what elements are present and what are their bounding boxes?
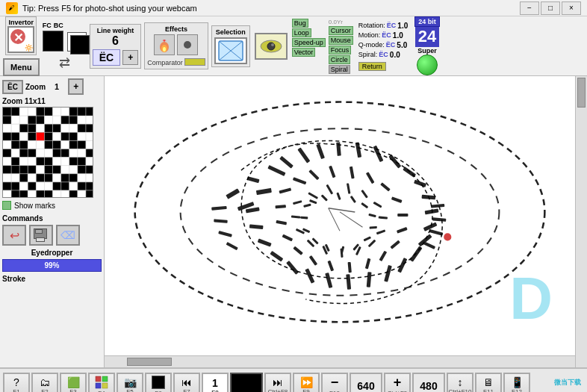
svg-rect-26 bbox=[53, 116, 61, 124]
fc-color-box[interactable] bbox=[43, 31, 63, 52]
plus-button[interactable]: + Ctrl+F9 bbox=[384, 373, 411, 392]
scrollbar-v-thumb[interactable] bbox=[577, 78, 586, 108]
ctrlf10-button[interactable]: ↕ Ctrl+F10 bbox=[447, 373, 473, 392]
f3-button[interactable]: 🟩 F3 bbox=[60, 373, 87, 392]
f11-button[interactable]: 🖥 F11 bbox=[475, 373, 502, 392]
swap-colors-icon[interactable]: ⇄ bbox=[59, 55, 70, 71]
svg-rect-201 bbox=[275, 205, 286, 208]
svg-rect-247 bbox=[102, 383, 108, 388]
f6-icon bbox=[152, 376, 165, 389]
mode-loop[interactable]: Loop bbox=[292, 28, 326, 37]
svg-rect-99 bbox=[19, 174, 28, 182]
mode-circle[interactable]: Circle bbox=[329, 55, 353, 64]
svg-rect-46 bbox=[36, 132, 44, 140]
mode-focus[interactable]: Focus bbox=[329, 46, 353, 55]
svg-rect-235 bbox=[370, 226, 377, 229]
lineweight-ec[interactable]: ËC bbox=[93, 49, 120, 66]
svg-rect-155 bbox=[256, 188, 272, 196]
svg-rect-158 bbox=[297, 147, 310, 163]
effect-dot-icon[interactable] bbox=[177, 34, 198, 55]
ctrlf8-button[interactable]: ⏭ Ctrl+F8 bbox=[264, 373, 291, 392]
close-button[interactable]: × bbox=[562, 1, 581, 15]
svg-rect-93 bbox=[61, 166, 69, 174]
minimize-button[interactable]: − bbox=[520, 1, 539, 15]
svg-rect-39 bbox=[69, 124, 78, 132]
eye-section bbox=[253, 31, 289, 61]
svg-rect-90 bbox=[36, 166, 44, 174]
svg-rect-240 bbox=[311, 237, 318, 244]
canvas-area[interactable]: D bbox=[105, 76, 587, 367]
return-btn[interactable]: Return bbox=[358, 62, 386, 71]
svg-rect-86 bbox=[3, 166, 11, 174]
svg-rect-105 bbox=[69, 174, 78, 182]
svg-rect-204 bbox=[347, 183, 350, 194]
svg-rect-123 bbox=[36, 190, 44, 198]
svg-rect-58 bbox=[44, 140, 52, 149]
effect-fire-icon[interactable] bbox=[154, 34, 175, 55]
svg-rect-22 bbox=[19, 116, 28, 124]
svg-rect-157 bbox=[279, 156, 294, 169]
svg-rect-161 bbox=[355, 142, 362, 158]
svg-rect-37 bbox=[53, 124, 61, 132]
mode-spiral[interactable]: Spiral bbox=[329, 65, 353, 74]
mode-cursor[interactable]: Cursor bbox=[329, 26, 353, 35]
svg-rect-108 bbox=[3, 182, 11, 190]
main-canvas[interactable]: D bbox=[105, 76, 575, 355]
ec-button[interactable]: ËC bbox=[2, 80, 23, 94]
svg-rect-13 bbox=[36, 108, 44, 116]
lineweight-plus[interactable]: + bbox=[122, 50, 138, 65]
menu-button[interactable]: Menu bbox=[3, 58, 40, 76]
svg-line-218 bbox=[329, 208, 355, 212]
f5-button[interactable]: 📷 F5 bbox=[117, 373, 143, 392]
undo-button[interactable]: ↩ bbox=[2, 225, 26, 246]
f2-button[interactable]: 🗂 F2 bbox=[31, 373, 58, 392]
eye-icon[interactable] bbox=[255, 33, 288, 60]
svg-rect-98 bbox=[11, 174, 19, 182]
svg-rect-164 bbox=[403, 167, 416, 178]
scrollbar-h-thumb[interactable] bbox=[127, 358, 172, 366]
save-button[interactable] bbox=[29, 225, 53, 246]
color-black-box[interactable] bbox=[230, 373, 263, 392]
selection-icon[interactable] bbox=[214, 37, 247, 64]
svg-rect-127 bbox=[69, 190, 78, 198]
f1-button[interactable]: ? F1 bbox=[3, 373, 30, 392]
f12-button[interactable]: 📱 F12 bbox=[503, 373, 530, 392]
svg-rect-111 bbox=[28, 182, 36, 190]
svg-rect-15 bbox=[53, 108, 61, 116]
mode-vector[interactable]: Vector bbox=[292, 48, 326, 57]
mode-mouse[interactable]: Mouse bbox=[329, 36, 353, 45]
motion-ec: ËC bbox=[382, 31, 391, 39]
svg-rect-170 bbox=[410, 246, 423, 261]
spiral-num: 0.0 bbox=[390, 51, 400, 59]
svg-rect-202 bbox=[308, 192, 318, 199]
svg-rect-29 bbox=[78, 116, 86, 124]
svg-rect-196 bbox=[327, 261, 334, 272]
eraser-button[interactable]: ⌫ bbox=[56, 225, 80, 246]
maximize-button[interactable]: □ bbox=[541, 1, 560, 15]
f7-prev-button[interactable]: ⏮ F7 bbox=[173, 373, 200, 392]
svg-rect-51 bbox=[78, 132, 86, 140]
svg-rect-23 bbox=[28, 116, 36, 124]
show-marks-checkbox[interactable]: Show marks bbox=[2, 201, 102, 210]
f9-button[interactable]: ⏩ F9 bbox=[293, 373, 320, 392]
svg-rect-198 bbox=[293, 246, 303, 255]
invertor-icon[interactable]: ✕ 🔆 bbox=[7, 26, 34, 53]
svg-rect-21 bbox=[11, 116, 19, 124]
svg-rect-24 bbox=[36, 116, 44, 124]
svg-rect-57 bbox=[36, 140, 44, 149]
svg-rect-226 bbox=[432, 217, 447, 222]
mode-bug[interactable]: Bug bbox=[292, 19, 326, 28]
vertical-scrollbar[interactable] bbox=[575, 76, 587, 367]
svg-rect-70 bbox=[53, 149, 61, 157]
height-counter: 480 bbox=[412, 373, 445, 392]
horizontal-scrollbar[interactable] bbox=[105, 355, 575, 367]
svg-rect-166 bbox=[422, 195, 436, 200]
svg-rect-120 bbox=[11, 190, 19, 198]
minus-button[interactable]: − F10 bbox=[321, 373, 348, 392]
svg-rect-159 bbox=[316, 143, 325, 159]
mode-speedup[interactable]: Speed-up bbox=[292, 38, 326, 47]
f4-button[interactable]: F4 bbox=[88, 373, 115, 392]
svg-rect-92 bbox=[53, 166, 61, 174]
f6-button[interactable]: F6 bbox=[145, 373, 172, 392]
zoom-plus-button[interactable]: + bbox=[68, 78, 84, 95]
